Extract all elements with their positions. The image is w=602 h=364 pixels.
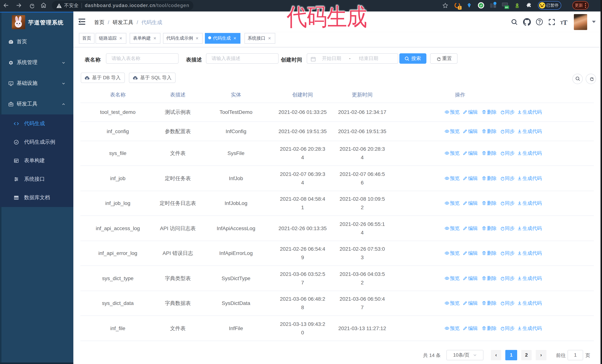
svg-text:T: T — [563, 19, 567, 26]
